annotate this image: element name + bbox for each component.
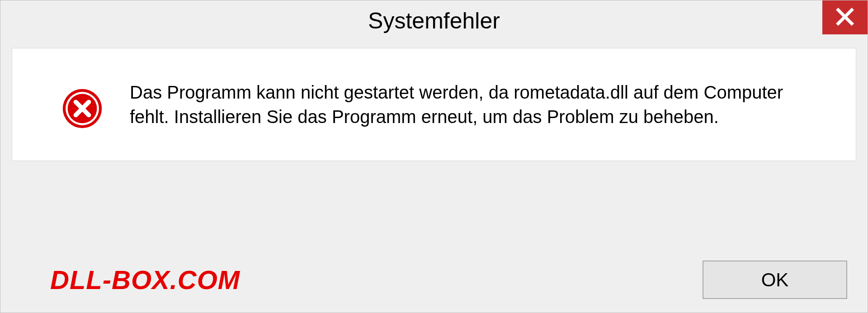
- content-panel: Das Programm kann nicht gestartet werden…: [12, 48, 856, 161]
- ok-button[interactable]: OK: [703, 261, 847, 299]
- error-icon: [62, 88, 103, 129]
- watermark-text: DLL-BOX.COM: [50, 265, 240, 295]
- dialog-footer: DLL-BOX.COM OK: [0, 261, 868, 299]
- error-dialog: Systemfehler Das Programm kann nicht ges…: [0, 0, 868, 313]
- close-icon: [835, 6, 855, 29]
- dialog-title: Systemfehler: [368, 8, 500, 34]
- titlebar: Systemfehler: [0, 0, 868, 41]
- close-button[interactable]: [822, 0, 868, 34]
- error-message: Das Programm kann nicht gestartet werden…: [130, 80, 817, 129]
